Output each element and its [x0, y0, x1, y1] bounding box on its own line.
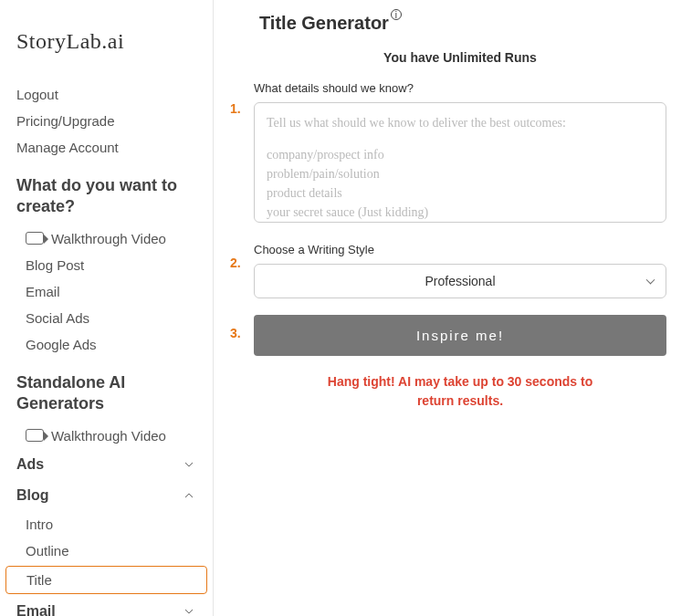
- style-select-wrap: Professional: [254, 264, 666, 298]
- chevron-down-icon: [182, 604, 196, 616]
- video-icon: [26, 429, 44, 442]
- chevron-up-icon: [182, 488, 196, 503]
- main-content: Title Generator i You have Unlimited Run…: [214, 0, 692, 616]
- step-1: 1. What details should we know? Tell us …: [254, 81, 666, 226]
- inspire-button[interactable]: Inspire me!: [254, 315, 666, 356]
- category-label: Email: [16, 603, 56, 616]
- category-email[interactable]: Email: [0, 596, 213, 616]
- nav-standalone-walkthrough[interactable]: Walkthrough Video: [0, 423, 213, 449]
- standalone-nav: Walkthrough Video: [0, 423, 213, 449]
- nav-logout[interactable]: Logout: [0, 81, 213, 108]
- step-number: 3.: [230, 326, 241, 340]
- nav-label: Walkthrough Video: [51, 231, 166, 246]
- page-title: Title Generator i: [259, 13, 402, 34]
- nav-blog-title[interactable]: Title: [5, 566, 207, 594]
- style-select[interactable]: Professional: [254, 264, 666, 298]
- category-blog[interactable]: Blog: [0, 480, 213, 511]
- nav-blog-post[interactable]: Blog Post: [0, 252, 213, 278]
- chevron-down-icon: [182, 457, 196, 472]
- nav-manage-account[interactable]: Manage Account: [0, 134, 213, 161]
- account-nav: Logout Pricing/Upgrade Manage Account: [0, 81, 213, 161]
- nav-email[interactable]: Email: [0, 278, 213, 305]
- category-ads[interactable]: Ads: [0, 449, 213, 480]
- wait-message: Hang tight! AI may take up to 30 seconds…: [254, 372, 666, 411]
- blog-children: Intro Outline Title: [0, 511, 213, 594]
- create-nav: Walkthrough Video Blog Post Email Social…: [0, 225, 213, 358]
- nav-blog-outline[interactable]: Outline: [0, 538, 213, 564]
- step-2: 2. Choose a Writing Style Professional: [254, 243, 666, 298]
- brand-logo: StoryLab.ai: [0, 11, 213, 81]
- nav-social-ads[interactable]: Social Ads: [0, 305, 213, 331]
- page-title-text: Title Generator: [259, 13, 389, 34]
- nav-walkthrough-video[interactable]: Walkthrough Video: [0, 225, 213, 252]
- step-3: 3. Inspire me!: [254, 315, 666, 356]
- info-icon[interactable]: i: [391, 9, 402, 20]
- runs-remaining: You have Unlimited Runs: [254, 50, 666, 65]
- nav-blog-intro[interactable]: Intro: [0, 511, 213, 538]
- category-label: Blog: [16, 487, 49, 504]
- details-wrap: Tell us what should we know to deliver t…: [254, 102, 666, 226]
- nav-pricing[interactable]: Pricing/Upgrade: [0, 108, 213, 134]
- video-icon: [26, 232, 44, 245]
- nav-google-ads[interactable]: Google Ads: [0, 331, 213, 358]
- step-number: 1.: [230, 101, 241, 116]
- sidebar: StoryLab.ai Logout Pricing/Upgrade Manag…: [0, 0, 214, 616]
- details-input[interactable]: [254, 102, 666, 223]
- style-label: Choose a Writing Style: [254, 243, 666, 256]
- category-label: Ads: [16, 456, 44, 473]
- create-heading: What do you want to create?: [0, 161, 213, 225]
- standalone-heading: Standalone AI Generators: [0, 358, 213, 423]
- step-number: 2.: [230, 256, 241, 270]
- details-label: What details should we know?: [254, 81, 666, 95]
- nav-label: Walkthrough Video: [51, 428, 166, 444]
